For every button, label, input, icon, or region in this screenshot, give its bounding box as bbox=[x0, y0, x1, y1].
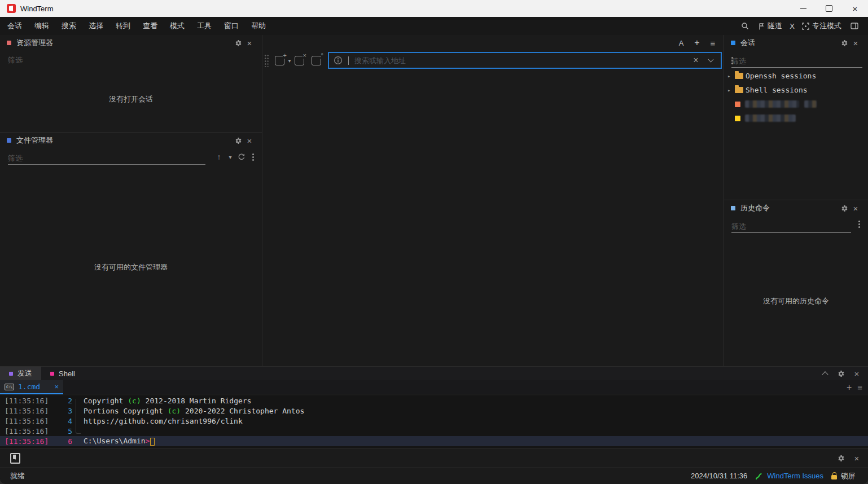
session-item-icon bbox=[735, 116, 740, 121]
folder-icon bbox=[735, 73, 743, 79]
terminal-line: [11:35:16] 3 Portions Copyright (c) 2020… bbox=[0, 406, 868, 416]
line-timestamp: [11:35:16] bbox=[0, 397, 53, 405]
status-datetime: 2024/10/31 11:36 bbox=[691, 472, 747, 480]
upload-arrow-icon[interactable]: ↑ bbox=[213, 151, 225, 162]
expand-arrow-icon[interactable]: ▸ bbox=[727, 87, 735, 93]
close-tab-icon[interactable]: × bbox=[295, 56, 304, 65]
send-close-icon[interactable]: × bbox=[851, 452, 862, 464]
history-filter-input[interactable] bbox=[731, 222, 851, 231]
line-text: https://github.com/chrisant996/clink bbox=[72, 417, 243, 425]
file-manager-panel: 文件管理器 × ↑ ▾ 没有可用的文件管理器 bbox=[0, 133, 262, 366]
terminal-cursor bbox=[150, 438, 155, 446]
layout-panel-icon[interactable] bbox=[849, 20, 860, 32]
terminal-output[interactable]: [11:35:16] 2 Copyright (c) 2012-2018 Mar… bbox=[0, 395, 868, 450]
x-mode-button[interactable]: X bbox=[790, 22, 795, 30]
menu-session[interactable]: 会话 bbox=[1, 21, 28, 31]
menu-goto[interactable]: 转到 bbox=[109, 21, 137, 31]
send-settings-gear-icon[interactable] bbox=[835, 452, 847, 464]
menu-tools[interactable]: 工具 bbox=[191, 21, 218, 31]
bottom-dock: 发送 Shell × C:\_ 1.cmd × + ≡ bbox=[0, 366, 868, 448]
add-icon[interactable]: + bbox=[692, 38, 702, 48]
menu-help[interactable]: 帮助 bbox=[245, 21, 272, 31]
cmd-icon: C:\_ bbox=[5, 384, 14, 390]
line-text: Portions Copyright (c) 2020-2022 Christo… bbox=[72, 407, 304, 415]
history-settings-gear-icon[interactable] bbox=[839, 203, 850, 214]
tab-send[interactable]: 发送 bbox=[0, 367, 41, 380]
terminal-tabbar: C:\_ 1.cmd × + ≡ bbox=[0, 380, 868, 394]
explorer-close-icon[interactable]: × bbox=[244, 37, 255, 49]
flag-icon bbox=[758, 23, 765, 30]
menu-mode[interactable]: 模式 bbox=[164, 21, 191, 31]
line-timestamp: [11:35:16] bbox=[0, 417, 53, 425]
new-tab-icon[interactable]: + bbox=[275, 56, 284, 65]
tunnel-label: 隧道 bbox=[768, 21, 782, 31]
history-more-icon[interactable] bbox=[853, 218, 865, 230]
clone-tab-icon[interactable]: ° bbox=[312, 56, 321, 65]
send-target-icon[interactable] bbox=[10, 453, 20, 464]
expand-arrow-icon[interactable]: ▸ bbox=[727, 73, 735, 79]
session-close-icon[interactable]: × bbox=[850, 37, 861, 49]
tree-item-redacted-session[interactable] bbox=[724, 97, 868, 111]
menu-search[interactable]: 搜索 bbox=[55, 21, 82, 31]
upload-dropdown-icon[interactable]: ▾ bbox=[225, 151, 236, 162]
terminal-line: [11:35:16] 2 Copyright (c) 2012-2018 Mar… bbox=[0, 395, 868, 406]
session-panel: 会话 × ▸ Openssh sessions ▸ Shell sessions bbox=[724, 35, 868, 200]
status-ready-text: 就绪 bbox=[10, 471, 25, 481]
history-close-icon[interactable]: × bbox=[850, 203, 861, 214]
dock-settings-gear-icon[interactable] bbox=[835, 368, 847, 379]
refresh-icon[interactable] bbox=[236, 151, 247, 162]
info-icon[interactable] bbox=[334, 56, 343, 65]
tree-item-shell-sessions[interactable]: ▸ Shell sessions bbox=[724, 83, 868, 97]
close-button[interactable]: × bbox=[842, 0, 868, 17]
windterm-issues-link[interactable]: WindTerm Issues bbox=[755, 472, 823, 480]
tree-item-openssh-sessions[interactable]: ▸ Openssh sessions bbox=[724, 69, 868, 83]
terminal-line: [11:35:16] 4 https://github.com/chrisant… bbox=[0, 416, 868, 426]
explorer-filter-input[interactable] bbox=[8, 56, 254, 64]
minimize-button[interactable] bbox=[790, 0, 816, 17]
send-panel: × bbox=[0, 448, 868, 467]
text-caret bbox=[348, 56, 349, 65]
address-bar[interactable]: × bbox=[328, 52, 722, 69]
session-settings-gear-icon[interactable] bbox=[839, 37, 850, 49]
hamburger-menu-icon[interactable]: ≡ bbox=[708, 38, 718, 48]
menu-select[interactable]: 选择 bbox=[82, 21, 109, 31]
menu-view[interactable]: 查看 bbox=[137, 21, 164, 31]
maximize-button[interactable] bbox=[816, 0, 842, 17]
line-number: 3 bbox=[53, 407, 72, 415]
explorer-panel-icon bbox=[7, 41, 11, 45]
lock-screen-button[interactable]: 锁屏 bbox=[831, 471, 856, 481]
tunnel-button[interactable]: 隧道 bbox=[758, 21, 782, 31]
file-manager-filter-input[interactable] bbox=[8, 154, 205, 162]
menu-edit[interactable]: 编辑 bbox=[28, 21, 55, 31]
menu-window[interactable]: 窗口 bbox=[218, 21, 245, 31]
search-icon[interactable] bbox=[739, 20, 751, 32]
line-number: 4 bbox=[53, 417, 72, 425]
dock-close-icon[interactable]: × bbox=[851, 368, 862, 379]
shell-tab-icon bbox=[50, 372, 54, 376]
tab-shell[interactable]: Shell bbox=[41, 367, 84, 380]
tree-item-label: Shell sessions bbox=[746, 86, 808, 94]
file-manager-more-icon[interactable] bbox=[247, 151, 258, 162]
tree-item-redacted-session[interactable] bbox=[724, 111, 868, 125]
focus-mode-button[interactable]: 专注模式 bbox=[802, 21, 841, 31]
menubar: 会话 编辑 搜索 选择 转到 查看 模式 工具 窗口 帮助 隧道 X 专注模式 bbox=[0, 17, 868, 35]
file-manager-settings-gear-icon[interactable] bbox=[233, 135, 244, 146]
terminal-list-icon[interactable]: ≡ bbox=[857, 382, 862, 392]
file-manager-close-icon[interactable]: × bbox=[244, 135, 255, 146]
terminal-tab-close-icon[interactable]: × bbox=[54, 382, 59, 391]
window-title: WindTerm bbox=[20, 5, 54, 13]
font-appearance-button[interactable]: A bbox=[676, 39, 686, 47]
lock-icon bbox=[831, 475, 837, 479]
address-dropdown-icon[interactable] bbox=[705, 55, 716, 66]
drag-handle[interactable] bbox=[264, 54, 269, 67]
collapse-panel-icon[interactable] bbox=[819, 368, 831, 379]
tree-item-label: Openssh sessions bbox=[746, 72, 816, 80]
terminal-tab-1cmd[interactable]: C:\_ 1.cmd × bbox=[0, 380, 63, 394]
explorer-settings-gear-icon[interactable] bbox=[233, 37, 244, 49]
session-filter-input[interactable] bbox=[731, 57, 862, 65]
line-number: 2 bbox=[53, 397, 72, 405]
new-terminal-icon[interactable]: + bbox=[847, 382, 852, 393]
address-clear-icon[interactable]: × bbox=[690, 55, 702, 66]
address-input[interactable] bbox=[353, 56, 690, 65]
folder-icon bbox=[735, 87, 743, 93]
